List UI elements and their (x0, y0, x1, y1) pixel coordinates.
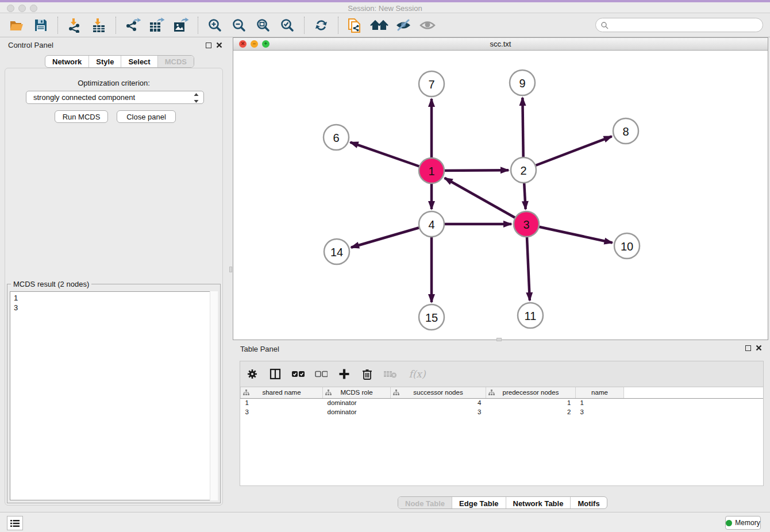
table-panel-window-controls (745, 345, 762, 351)
graph-node-9[interactable]: 9 (510, 70, 535, 95)
table-panel-tabs: Node Table Edge Table Network Table Moti… (398, 496, 607, 509)
delete-table-button-disabled (383, 367, 398, 381)
float-panel-icon[interactable] (745, 345, 751, 351)
tab-network[interactable]: Network (45, 56, 88, 67)
graph-node-4[interactable]: 4 (419, 211, 444, 237)
zoom-out-button[interactable] (229, 16, 249, 35)
network-canvas[interactable]: 7968124314101511 (233, 51, 768, 340)
save-session-button[interactable] (30, 16, 51, 35)
graph-node-11[interactable]: 11 (518, 303, 543, 328)
zoom-in-button[interactable] (205, 16, 225, 35)
table-row[interactable]: 1dominator411 (241, 398, 624, 407)
graph-node-6[interactable]: 6 (324, 125, 349, 150)
mcds-result-title: MCDS result (2 nodes) (11, 280, 91, 288)
eye-icon (419, 18, 436, 32)
graph-node-8[interactable]: 8 (613, 118, 638, 144)
vertical-splitter-handle[interactable] (229, 267, 232, 272)
tab-motifs[interactable]: Motifs (570, 497, 606, 508)
save-icon (34, 18, 48, 32)
table-cell[interactable]: dominator (323, 407, 391, 417)
network-window-titlebar[interactable]: ✕ − + scc.txt (233, 38, 768, 51)
new-network-from-selection-button[interactable] (345, 16, 365, 35)
app-title: Session: New Session (0, 4, 770, 13)
column-header-predecessor-nodes[interactable]: predecessor nodes (486, 387, 576, 398)
table-cell[interactable]: 2 (486, 407, 576, 417)
criterion-dropdown[interactable]: strongly connected component (26, 91, 204, 104)
tab-node-table[interactable]: Node Table (398, 497, 452, 508)
graph-node-2[interactable]: 2 (511, 157, 536, 183)
search-field[interactable] (595, 18, 763, 32)
node-label: 9 (519, 77, 525, 90)
deselect-all-columns-button[interactable] (314, 367, 329, 381)
show-all-button[interactable] (417, 16, 438, 35)
column-header-name[interactable]: name (576, 387, 624, 398)
table-cell[interactable]: 3 (576, 407, 624, 417)
export-table-button[interactable] (147, 16, 167, 35)
search-input[interactable] (609, 20, 763, 31)
export-network-button[interactable] (122, 16, 143, 35)
table-row[interactable]: 3dominator323 (241, 407, 624, 417)
graph-node-3[interactable]: 3 (514, 211, 539, 237)
toolbar-separator (338, 17, 338, 34)
horizontal-splitter-handle[interactable] (496, 338, 502, 341)
table-settings-button[interactable] (245, 367, 260, 381)
toolbar-separator (304, 17, 305, 34)
tab-mcds[interactable]: MCDS (157, 56, 194, 67)
zoom-fit-button[interactable] (253, 16, 274, 35)
zoom-fit-icon (256, 18, 271, 33)
zoom-in-icon (207, 18, 222, 33)
graph-node-7[interactable]: 7 (419, 71, 444, 97)
run-mcds-button[interactable]: Run MCDS (55, 110, 108, 123)
delete-column-button[interactable] (360, 367, 375, 381)
edge-3-1[interactable] (445, 178, 526, 224)
table-cell[interactable]: 3 (241, 407, 323, 417)
close-panel-button[interactable]: Close panel (117, 110, 176, 123)
table-cell[interactable]: 1 (241, 398, 323, 407)
edge-2-8[interactable] (523, 136, 612, 170)
close-panel-icon[interactable] (216, 42, 222, 48)
node-label: 4 (428, 218, 434, 231)
table-header-row[interactable]: shared name MCDS role successor nodes pr… (241, 387, 624, 398)
table-cell[interactable]: 3 (391, 407, 486, 417)
tab-network-table[interactable]: Network Table (506, 497, 571, 508)
delete-table-icon (383, 369, 397, 379)
float-panel-icon[interactable] (206, 43, 211, 48)
tab-style[interactable]: Style (88, 56, 121, 67)
show-panels-button[interactable] (7, 516, 23, 530)
result-scrollbar[interactable] (210, 291, 218, 500)
mcds-result-text[interactable]: 1 3 (10, 291, 218, 500)
tab-select[interactable]: Select (121, 56, 157, 67)
network-graph[interactable]: 7968124314101511 (233, 51, 768, 340)
show-columns-button[interactable] (268, 367, 283, 381)
table-cell[interactable]: 1 (486, 398, 576, 407)
memory-button[interactable]: Memory (725, 516, 761, 530)
export-image-button[interactable] (171, 16, 191, 35)
column-header-shared-name[interactable]: shared name (241, 387, 323, 398)
import-network-button[interactable] (64, 16, 85, 35)
first-neighbors-button[interactable] (369, 16, 390, 35)
column-header-successor-nodes[interactable]: successor nodes (391, 387, 486, 398)
table-cell[interactable]: 4 (391, 398, 486, 407)
tab-edge-table[interactable]: Edge Table (452, 497, 505, 508)
column-header-mcds-role[interactable]: MCDS role (323, 387, 391, 398)
create-column-button[interactable] (337, 367, 352, 381)
select-all-columns-button[interactable] (291, 367, 306, 381)
table-cell[interactable]: dominator (323, 398, 391, 407)
graph-node-10[interactable]: 10 (614, 233, 640, 259)
open-folder-icon (9, 18, 24, 33)
criterion-value: strongly connected component (33, 93, 135, 102)
graph-node-14[interactable]: 14 (324, 239, 349, 264)
hide-selected-button[interactable] (393, 16, 414, 35)
close-panel-icon[interactable] (756, 345, 762, 351)
table-panel-title: Table Panel (240, 345, 279, 353)
node-table[interactable]: shared name MCDS role successor nodes pr… (240, 387, 764, 486)
zoom-selected-button[interactable] (277, 16, 298, 35)
open-session-button[interactable] (6, 16, 27, 35)
memory-label: Memory (735, 519, 760, 527)
import-table-button[interactable] (88, 16, 109, 35)
status-bar: Memory (0, 512, 770, 532)
table-cell[interactable]: 1 (576, 398, 624, 407)
graph-node-15[interactable]: 15 (419, 304, 444, 330)
graph-node-1[interactable]: 1 (419, 158, 444, 183)
refresh-layout-button[interactable] (311, 16, 332, 35)
